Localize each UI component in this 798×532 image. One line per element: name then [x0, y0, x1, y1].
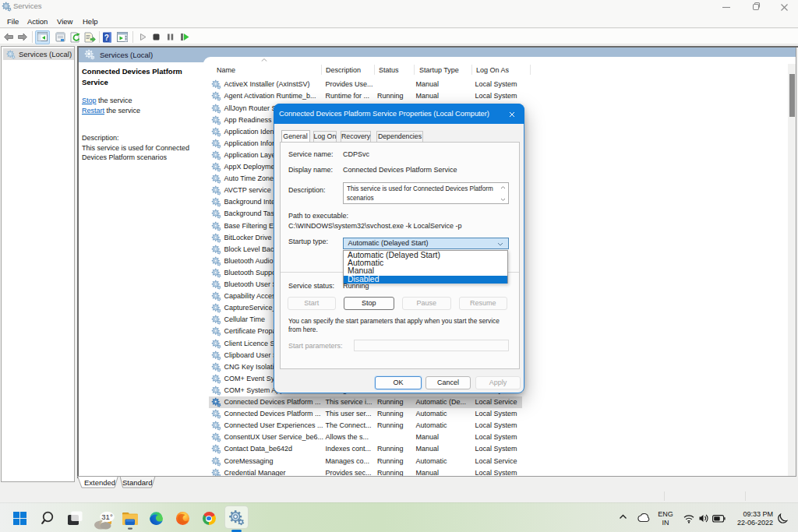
svg-text:31°: 31° — [101, 513, 113, 521]
svg-text:Standard: Standard — [122, 477, 153, 486]
svg-text:Extended: Extended — [84, 477, 115, 486]
svg-text:?: ? — [104, 33, 109, 42]
